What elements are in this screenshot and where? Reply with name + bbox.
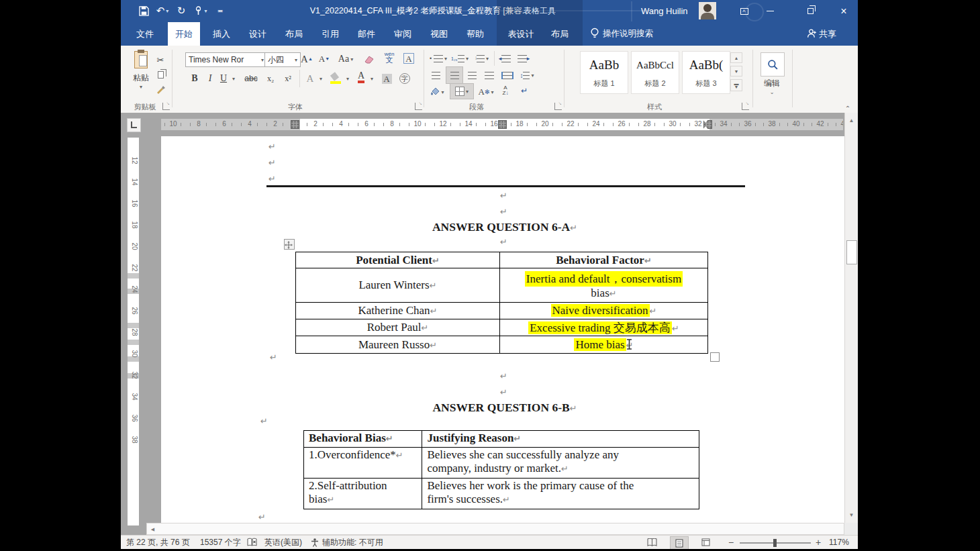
find-button[interactable] (761, 52, 785, 77)
tab-home[interactable]: 开始 (168, 22, 200, 46)
distribute-button[interactable] (499, 68, 516, 83)
table-edge-marker[interactable] (291, 120, 299, 129)
tab-layout[interactable]: 布局 (279, 22, 309, 46)
styles-scroll-up-button[interactable]: ▲ (730, 52, 742, 63)
print-layout-button[interactable] (670, 536, 689, 549)
table-answer-b[interactable]: Behavioral Bias↵ Justifying Reason↵ 1.Ov… (303, 430, 699, 509)
share-button[interactable]: 共享 (819, 22, 846, 46)
underline-button[interactable]: U (217, 71, 230, 86)
font-size-select[interactable]: 小四▾ (264, 52, 301, 67)
language-indicator[interactable]: 英语(美国) (264, 536, 302, 549)
undo-button[interactable]: ↶▾ (153, 3, 172, 18)
decrease-indent-button[interactable]: ◂ (497, 51, 513, 66)
tab-table-layout[interactable]: 布局 (545, 22, 575, 46)
font-dialog-launcher[interactable]: → (415, 103, 422, 110)
borders-button[interactable]: ▾ (450, 83, 474, 99)
asian-layout-button[interactable]: A✻▾ (477, 85, 495, 99)
show-formatting-marks-button[interactable]: ↵ (517, 83, 532, 98)
save-button[interactable] (137, 3, 150, 18)
vertical-scroll-thumb[interactable] (846, 240, 857, 264)
scroll-up-arrow-icon[interactable]: ▲ (846, 115, 856, 126)
web-layout-button[interactable] (697, 536, 714, 548)
user-name[interactable]: Wang Huilin (641, 0, 688, 22)
tab-review[interactable]: 审阅 (388, 22, 418, 46)
enclose-characters-button[interactable]: 字 (397, 71, 412, 86)
page[interactable]: ↵ ↵ ↵ ↵ ↵ ANSWER QUESTION 6-A↵ ↵ Potenti… (161, 136, 844, 523)
cut-button[interactable]: ✂ (153, 52, 168, 67)
table-resize-handle[interactable] (710, 352, 720, 362)
page-indicator[interactable]: 第 22 页, 共 76 页 (126, 536, 190, 549)
bullets-button[interactable]: •▾ (430, 51, 447, 66)
avatar[interactable] (699, 2, 716, 19)
horizontal-ruler[interactable]: 1086422468101214161820222426283032343638… (161, 119, 843, 130)
zoom-slider-thumb[interactable] (773, 539, 777, 547)
tab-view[interactable]: 视图 (424, 22, 454, 46)
underline-dropdown[interactable]: ▾ (230, 71, 238, 86)
font-color-dropdown[interactable]: ▾ (368, 71, 376, 86)
accessibility-status[interactable]: 辅助功能: 不可用 (322, 536, 383, 549)
style-heading2[interactable]: AaBbCcl 标题 2 (631, 51, 679, 94)
restore-button[interactable] (799, 0, 822, 22)
increase-indent-button[interactable]: ▸ (516, 51, 532, 66)
subscript-button[interactable]: x₂ (263, 71, 278, 86)
align-right-button[interactable] (464, 68, 479, 83)
font-family-select[interactable]: Times New Ror▾ (185, 52, 267, 67)
font-color-button[interactable]: A (354, 70, 368, 85)
zoom-level[interactable]: 117% (829, 536, 849, 549)
change-case-button[interactable]: Aa▾ (336, 52, 356, 66)
tab-insert[interactable]: 插入 (207, 22, 236, 46)
shading-button[interactable]: ▾ (428, 85, 446, 99)
read-mode-button[interactable] (643, 536, 660, 548)
multilevel-list-button[interactable]: ⁝▾ (473, 51, 491, 66)
qat-customize-button[interactable]: ≖ (215, 3, 226, 18)
highlight-color-button[interactable] (328, 71, 344, 86)
character-border-button[interactable]: A (401, 51, 416, 66)
tell-me-search[interactable]: 操作说明搜索 (603, 22, 677, 46)
zoom-in-button[interactable]: + (816, 536, 821, 549)
copy-button[interactable] (153, 67, 168, 82)
sort-button[interactable]: AZ↓ (498, 83, 513, 98)
justify-button[interactable] (482, 68, 497, 83)
format-painter-button[interactable] (153, 82, 168, 97)
vertical-scrollbar[interactable]: ▲ ▼ (844, 113, 858, 523)
redo-button[interactable]: ↻ (175, 3, 188, 18)
zoom-out-button[interactable]: − (728, 536, 734, 549)
word-count[interactable]: 15357 个字 (200, 536, 241, 549)
align-center-button[interactable] (446, 66, 463, 84)
horizontal-scrollbar[interactable]: ◀ (146, 523, 844, 535)
scroll-left-arrow-icon[interactable]: ◀ (148, 524, 158, 534)
clear-formatting-button[interactable] (361, 52, 377, 66)
editing-group-button[interactable]: 编辑 ⌄ (757, 78, 787, 95)
align-left-button[interactable] (428, 68, 443, 83)
tab-references[interactable]: 引用 (315, 22, 345, 46)
paste-button[interactable]: 粘贴 ▾ (130, 51, 152, 98)
paragraph-dialog-launcher[interactable]: → (554, 103, 562, 110)
styles-scroll-down-button[interactable]: ▼ (730, 66, 742, 77)
scroll-down-arrow-icon[interactable]: ▼ (846, 510, 856, 520)
minimize-button[interactable] (758, 0, 781, 22)
superscript-button[interactable]: x² (281, 71, 295, 86)
tab-table-design[interactable]: 表设计 (503, 22, 538, 46)
grow-font-button[interactable]: A▲ (299, 52, 314, 66)
tab-file[interactable]: 文件 (130, 22, 160, 46)
strikethrough-button[interactable]: abc (242, 71, 260, 86)
tab-stop-selector[interactable] (127, 118, 141, 132)
touch-mouse-mode-button[interactable]: ▾ (191, 3, 211, 18)
highlight-dropdown[interactable]: ▾ (344, 71, 352, 86)
shrink-font-button[interactable]: A▼ (317, 52, 332, 66)
table-answer-a[interactable]: Potential Client↵ Behavioral Factor↵ Lau… (295, 252, 708, 354)
close-button[interactable]: × (832, 0, 855, 22)
italic-button[interactable]: I (204, 71, 216, 86)
proofing-status-icon[interactable] (247, 538, 257, 549)
numbering-button[interactable]: 1₂₃▾ (451, 51, 469, 66)
tab-help[interactable]: 帮助 (460, 22, 490, 46)
line-spacing-button[interactable]: ↕▾ (518, 68, 536, 83)
character-shading-button[interactable]: A (380, 71, 393, 86)
phonetic-guide-button[interactable]: wén文 (381, 50, 397, 64)
tab-mailings[interactable]: 邮件 (352, 22, 381, 46)
style-heading1[interactable]: AaBb 标题 1 (580, 51, 628, 94)
styles-more-button[interactable]: ▬▼ (730, 79, 742, 91)
bold-button[interactable]: B (188, 71, 201, 86)
style-heading3[interactable]: AaBb( 标题 3 (682, 51, 730, 94)
table-move-handle[interactable] (284, 239, 295, 250)
